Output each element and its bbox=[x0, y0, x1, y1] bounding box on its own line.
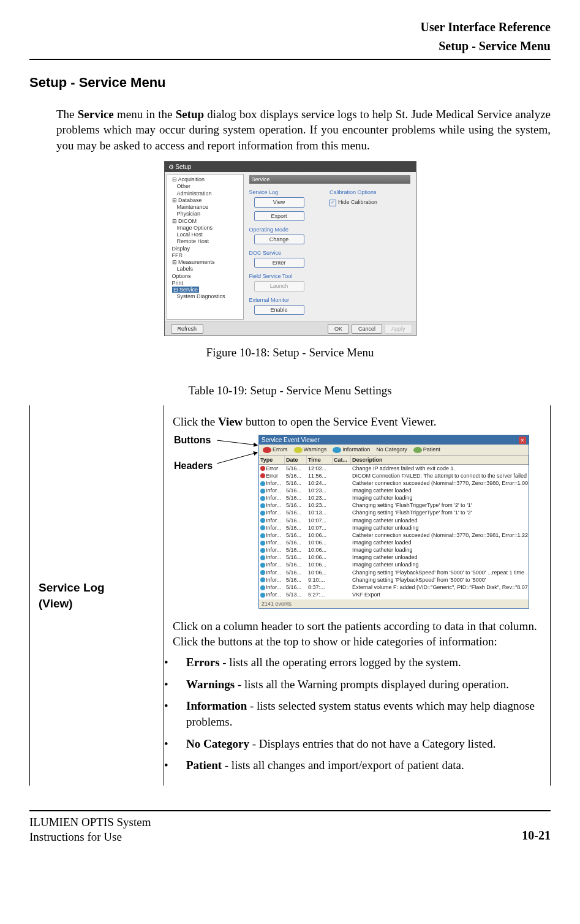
event-row[interactable]: Infor... 5/16...10:13...Changing setting… bbox=[259, 509, 529, 516]
toolbar-filter[interactable]: Information bbox=[331, 446, 371, 453]
intro-paragraph: The Service menu in the Setup dialog box… bbox=[56, 107, 551, 154]
event-row[interactable]: Infor... 5/16...10:06...Changing setting… bbox=[259, 569, 529, 576]
toolbar-filter[interactable]: Patient bbox=[412, 446, 442, 453]
tree-item[interactable]: Remote Host bbox=[177, 238, 242, 245]
event-row[interactable]: Infor... 5/16...10:06...Imaging catheter… bbox=[259, 539, 529, 546]
hide-calibration-checkbox[interactable]: ✓ bbox=[330, 200, 336, 206]
toolbar-filter[interactable]: Errors bbox=[262, 446, 289, 453]
tree-item[interactable]: Image Options bbox=[177, 225, 242, 231]
tree-item[interactable]: Local Host bbox=[177, 231, 242, 238]
export-button[interactable]: Export bbox=[254, 211, 304, 221]
dialog-footer: Refresh OK Cancel Apply bbox=[165, 321, 416, 336]
hide-calibration-label: Hide Calibration bbox=[338, 199, 377, 205]
view-button[interactable]: View bbox=[254, 197, 304, 207]
event-row[interactable]: Infor... 5/16...10:06...Imaging catheter… bbox=[259, 554, 529, 561]
ok-button[interactable]: OK bbox=[328, 324, 349, 334]
launch-button[interactable]: Launch bbox=[254, 281, 304, 291]
text: LUMIEN bbox=[33, 816, 78, 828]
group-opmode: Operating Mode bbox=[249, 226, 410, 233]
event-row[interactable]: Infor... 5/13...5:27:...VKF Export bbox=[259, 591, 529, 598]
dialog-panel: Service Service Log View Export Calibrat… bbox=[246, 174, 414, 320]
enter-button[interactable]: Enter bbox=[254, 258, 304, 268]
event-viewer-footer: 2141 events bbox=[259, 599, 529, 608]
tree-item[interactable]: System Diagnostics bbox=[177, 293, 242, 300]
dialog-titlebar: ⚙ Setup bbox=[165, 162, 416, 173]
tree-item[interactable]: Labels bbox=[177, 266, 242, 272]
footer-left: ILUMIEN OPTIS System Instructions for Us… bbox=[29, 815, 151, 844]
column-header[interactable]: Time bbox=[307, 456, 333, 464]
event-row[interactable]: Error 5/16...11:56...DICOM Connection FA… bbox=[259, 472, 529, 479]
tree-item[interactable]: Other bbox=[177, 183, 242, 190]
text: System bbox=[114, 816, 151, 828]
event-row[interactable]: Infor... 5/16...10:23...Changing setting… bbox=[259, 501, 529, 509]
callout-headers: Headers bbox=[174, 459, 213, 473]
event-row[interactable]: Infor... 5/16...8:37:...External volume … bbox=[259, 584, 529, 591]
running-header-1: User Interface Reference bbox=[29, 20, 551, 35]
tree-item[interactable]: FFR bbox=[172, 252, 242, 259]
refresh-button[interactable]: Refresh bbox=[171, 324, 204, 334]
group-doc: DOC Service bbox=[249, 249, 410, 257]
event-row[interactable]: Infor... 5/16...10:23...Imaging catheter… bbox=[259, 487, 529, 494]
figure-setup-dialog: ⚙ Setup ⊟ AcquisitionOtherAdministration… bbox=[29, 161, 551, 361]
change-button[interactable]: Change bbox=[254, 235, 304, 244]
column-header[interactable]: Date bbox=[285, 456, 307, 464]
text: O bbox=[78, 816, 89, 828]
event-row[interactable]: Infor... 5/16...9:10:...Changing setting… bbox=[259, 576, 529, 584]
row-label: Service Log (View) bbox=[30, 405, 164, 786]
svg-line-1 bbox=[217, 453, 257, 464]
close-icon[interactable]: × bbox=[519, 437, 526, 444]
bold-text: Setup bbox=[176, 108, 204, 121]
event-row[interactable]: Infor... 5/16...10:07...Imaging catheter… bbox=[259, 517, 529, 524]
bullet-item: •Warnings - lists all the Warning prompt… bbox=[175, 677, 541, 693]
tree-item[interactable]: Options bbox=[172, 273, 242, 280]
label-line-1: Service Log bbox=[39, 581, 105, 594]
tree-item[interactable]: ⊟ Acquisition bbox=[172, 176, 242, 183]
text: button to open the Service Event Viewer. bbox=[243, 415, 436, 428]
tree-item[interactable]: Print bbox=[172, 280, 242, 287]
setup-dialog: ⚙ Setup ⊟ AcquisitionOtherAdministration… bbox=[164, 161, 416, 336]
column-header[interactable]: Description bbox=[351, 456, 529, 464]
footer-rule bbox=[29, 810, 551, 811]
event-row[interactable]: Infor... 5/16...10:23...Imaging catheter… bbox=[259, 494, 529, 501]
header-rule bbox=[29, 59, 551, 60]
event-viewer-titlebar: Service Event Viewer × bbox=[259, 435, 529, 445]
apply-button[interactable]: Apply bbox=[385, 324, 412, 334]
text: Click the bbox=[173, 415, 218, 428]
figure-caption: Figure 10-18: Setup - Service Menu bbox=[29, 345, 551, 361]
cancel-button[interactable]: Cancel bbox=[352, 324, 382, 334]
bullet-list: •Errors - lists all the operating errors… bbox=[173, 655, 541, 773]
tree-item[interactable]: ⊟ DICOM bbox=[172, 218, 242, 225]
event-row[interactable]: Infor... 5/16...10:06...Catheter connect… bbox=[259, 531, 529, 539]
column-header[interactable]: Type bbox=[259, 456, 285, 464]
toolbar-filter[interactable]: No Category bbox=[375, 446, 409, 453]
column-header[interactable]: Cat... bbox=[333, 456, 351, 464]
tree-item-selected[interactable]: ⊟ Service bbox=[172, 287, 242, 293]
event-row[interactable]: Infor... 5/16...10:06...Imaging catheter… bbox=[259, 561, 529, 568]
event-row[interactable]: Infor... 5/16...10:24...Catheter connect… bbox=[259, 479, 529, 487]
event-viewer-header[interactable]: TypeDateTimeCat...Description bbox=[259, 456, 529, 465]
event-viewer-title: Service Event Viewer bbox=[262, 436, 320, 445]
enable-button[interactable]: Enable bbox=[254, 305, 304, 315]
row-content: Click the View button to open the Servic… bbox=[164, 405, 551, 786]
svg-line-0 bbox=[217, 440, 257, 445]
toolbar-filter[interactable]: Warnings bbox=[293, 446, 328, 453]
group-fst: Field Service Tool bbox=[249, 272, 410, 280]
row-para2: Click on a column header to sort the pat… bbox=[173, 618, 541, 650]
tree-item[interactable]: Physician bbox=[177, 211, 242, 217]
service-event-viewer: Service Event Viewer × ErrorsWarningsInf… bbox=[258, 435, 529, 609]
event-row[interactable]: Infor... 5/13...12:15...Changing setting… bbox=[259, 598, 529, 599]
event-row[interactable]: Infor... 5/16...10:07...Imaging catheter… bbox=[259, 524, 529, 531]
event-row[interactable]: Error 5/16...12:02...Change IP address f… bbox=[259, 465, 529, 472]
page-footer: ILUMIEN OPTIS System Instructions for Us… bbox=[29, 815, 551, 844]
tree-item[interactable]: ⊟ Measurements bbox=[172, 259, 242, 266]
section-title: Setup - Service Menu bbox=[29, 73, 551, 92]
tree-item[interactable]: Display bbox=[172, 246, 242, 252]
tree-item[interactable]: Maintenance bbox=[177, 204, 242, 211]
bold-text: Service bbox=[78, 108, 114, 121]
tree-item[interactable]: Administration bbox=[177, 190, 242, 197]
tree-item[interactable]: ⊟ Database bbox=[172, 197, 242, 204]
dialog-tree[interactable]: ⊟ AcquisitionOtherAdministration⊟ Databa… bbox=[167, 174, 244, 320]
label-line-2: (View) bbox=[39, 597, 73, 610]
event-row[interactable]: Infor... 5/16...10:06...Imaging catheter… bbox=[259, 546, 529, 554]
page-number: 10-21 bbox=[522, 827, 551, 844]
